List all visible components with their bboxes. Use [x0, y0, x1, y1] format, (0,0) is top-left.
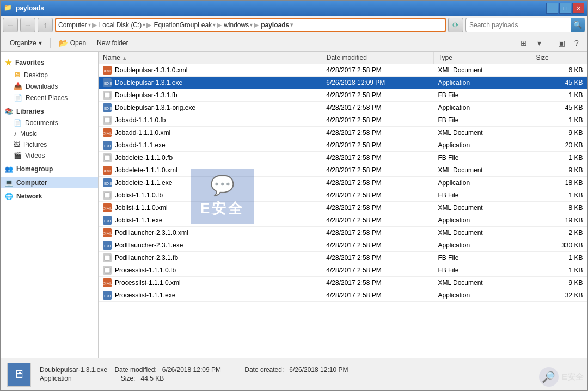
up-button[interactable]: ↑ — [38, 18, 53, 32]
file-icon — [103, 266, 112, 275]
table-row[interactable]: Jobadd-1.1.1.0.fb4/28/2017 2:58 PMFB Fil… — [99, 114, 587, 127]
recent-icon: 📄 — [14, 94, 22, 102]
table-row[interactable]: XMLJoblist-1.1.1.0.xml4/28/2017 2:58 PMX… — [99, 202, 587, 214]
file-type: XML Document — [433, 64, 531, 77]
file-date: 4/28/2017 2:58 PM — [322, 202, 433, 214]
views-dropdown-button[interactable]: ▾ — [532, 36, 546, 49]
window: 📁 payloads — □ ✕ ← → ↑ Computer ▾ ▶ Loca… — [0, 0, 588, 391]
search-input[interactable] — [466, 21, 571, 29]
file-date: 4/28/2017 2:58 PM — [322, 102, 433, 114]
close-button[interactable]: ✕ — [572, 3, 584, 14]
music-icon: ♪ — [14, 130, 17, 138]
sidebar-header-libraries[interactable]: 📚 Libraries — [1, 105, 98, 117]
table-row[interactable]: Joblist-1.1.1.0.fb4/28/2017 2:58 PMFB Fi… — [99, 189, 587, 202]
status-size-value: 44.5 KB — [140, 375, 164, 382]
toolbar-separator-2 — [550, 38, 550, 48]
file-date: 4/28/2017 2:58 PM — [322, 277, 433, 289]
file-icon — [103, 91, 112, 100]
sidebar-header-homegroup[interactable]: 👥 Homegroup — [1, 163, 98, 175]
sidebar-header-computer[interactable]: 💻 Computer — [1, 177, 98, 188]
table-row[interactable]: EXEDoublepulsar-1.3.1.exe6/26/2018 12:09… — [99, 77, 587, 89]
status-date-modified-value: 6/26/2018 12:09 PM — [162, 366, 221, 374]
file-name: Jobadd-1.1.1.0.xml — [115, 129, 170, 136]
table-row[interactable]: EXEJoblist-1.1.1.exe4/28/2017 2:58 PMApp… — [99, 214, 587, 227]
pictures-icon: 🖼 — [14, 141, 20, 148]
minimize-button[interactable]: — — [546, 3, 558, 14]
column-type[interactable]: Type — [433, 52, 531, 64]
file-name: Jobdelete-1.1.1.0.fb — [115, 154, 173, 162]
file-icon: EXE — [103, 103, 112, 112]
sidebar-item-pictures[interactable]: 🖼 Pictures — [1, 139, 98, 150]
help-button[interactable]: ? — [570, 36, 583, 49]
addressbar-row: ← → ↑ Computer ▾ ▶ Local Disk (C:) ▾ ▶ E… — [1, 16, 587, 34]
file-name: Pcdlllauncher-2.3.1.fb — [115, 254, 178, 262]
forward-button[interactable]: → — [20, 18, 35, 32]
sidebar-item-documents[interactable]: 📄 Documents — [1, 117, 98, 128]
sidebar-item-music[interactable]: ♪ Music — [1, 128, 98, 139]
file-name: Doublepulsar-1.3.1.0.xml — [115, 66, 187, 74]
svg-text:XML: XML — [103, 69, 112, 73]
new-folder-button[interactable]: New folder — [92, 36, 133, 49]
file-name: Processlist-1.1.1.0.xml — [115, 279, 181, 287]
column-name[interactable]: Name ▲ — [99, 52, 322, 64]
videos-icon: 🎬 — [14, 152, 22, 159]
svg-text:XML: XML — [103, 131, 112, 136]
file-date: 4/28/2017 2:58 PM — [322, 114, 433, 127]
address-box[interactable]: Computer ▾ ▶ Local Disk (C:) ▾ ▶ Equatio… — [55, 18, 446, 32]
file-type: FB File — [433, 152, 531, 164]
svg-rect-33 — [105, 268, 110, 273]
file-date: 4/28/2017 2:58 PM — [322, 152, 433, 164]
table-row[interactable]: EXEDoublepulsar-1.3.1-orig.exe4/28/2017 … — [99, 102, 587, 114]
file-table[interactable]: Name ▲ Date modified Type Size — [99, 52, 587, 358]
sidebar-item-downloads[interactable]: 📥 Downloads — [1, 80, 98, 92]
file-icon: EXE — [103, 78, 112, 87]
table-row[interactable]: Jobdelete-1.1.1.0.fb4/28/2017 2:58 PMFB … — [99, 152, 587, 164]
file-type: Application — [433, 214, 531, 227]
table-row[interactable]: XMLProcesslist-1.1.1.0.xml4/28/2017 2:58… — [99, 277, 587, 289]
file-type: FB File — [433, 252, 531, 264]
sidebar-item-videos[interactable]: 🎬 Videos — [1, 150, 98, 161]
svg-text:XML: XML — [103, 281, 112, 286]
table-row[interactable]: Pcdlllauncher-2.3.1.fb4/28/2017 2:58 PMF… — [99, 252, 587, 264]
svg-text:XML: XML — [103, 169, 112, 173]
file-pane: Name ▲ Date modified Type Size — [99, 52, 587, 358]
table-row[interactable]: XMLDoublepulsar-1.3.1.0.xml4/28/2017 2:5… — [99, 64, 587, 77]
file-type: XML Document — [433, 164, 531, 177]
file-size: 45 KB — [531, 102, 587, 114]
file-name: Processlist-1.1.1.0.fb — [115, 266, 176, 274]
table-row[interactable]: EXEJobdelete-1.1.1.exe4/28/2017 2:58 PMA… — [99, 177, 587, 189]
file-date: 4/28/2017 2:58 PM — [322, 239, 433, 252]
file-size: 1 KB — [531, 152, 587, 164]
column-size[interactable]: Size — [531, 52, 587, 64]
file-name: Jobdelete-1.1.1.exe — [115, 179, 172, 187]
sidebar-item-recent-places[interactable]: 📄 Recent Places — [1, 92, 98, 103]
back-button[interactable]: ← — [3, 18, 18, 32]
svg-text:XML: XML — [103, 231, 112, 236]
table-row[interactable]: EXEProcesslist-1.1.1.exe4/28/2017 2:58 P… — [99, 289, 587, 302]
sort-arrow-name: ▲ — [122, 55, 127, 61]
table-row[interactable]: XMLJobadd-1.1.1.0.xml4/28/2017 2:58 PMXM… — [99, 127, 587, 139]
table-row[interactable]: XMLJobdelete-1.1.1.0.xml4/28/2017 2:58 P… — [99, 164, 587, 177]
search-box[interactable]: 🔍 — [465, 18, 585, 32]
status-filename: Doublepulsar-1.3.1.exe — [40, 366, 107, 374]
sidebar-section-network: 🌐 Network — [1, 190, 98, 202]
file-name: Pcdlllauncher-2.3.1.exe — [115, 241, 183, 249]
views-button[interactable]: ⊞ — [517, 36, 530, 49]
table-row[interactable]: EXEPcdlllauncher-2.3.1.exe4/28/2017 2:58… — [99, 239, 587, 252]
table-row[interactable]: XMLPcdlllauncher-2.3.1.0.xml4/28/2017 2:… — [99, 227, 587, 239]
column-date-modified[interactable]: Date modified — [322, 52, 433, 64]
preview-pane-button[interactable]: ▣ — [555, 36, 568, 49]
table-row[interactable]: EXEJobadd-1.1.1.exe4/28/2017 2:58 PMAppl… — [99, 139, 587, 152]
table-row[interactable]: Processlist-1.1.1.0.fb4/28/2017 2:58 PMF… — [99, 264, 587, 277]
refresh-button[interactable]: ⟳ — [448, 18, 463, 32]
sidebar-header-favorites[interactable]: ★ Favorites — [1, 56, 98, 69]
svg-text:EXE: EXE — [104, 81, 112, 86]
file-name: Joblist-1.1.1.0.xml — [115, 204, 168, 212]
open-button[interactable]: 📂 Open — [54, 36, 91, 49]
sidebar-header-network[interactable]: 🌐 Network — [1, 190, 98, 202]
sidebar-item-desktop[interactable]: 🖥 Desktop — [1, 69, 98, 80]
organize-button[interactable]: Organize ▾ — [5, 36, 47, 49]
search-button[interactable]: 🔍 — [571, 18, 585, 32]
table-row[interactable]: Doublepulsar-1.3.1.fb4/28/2017 2:58 PMFB… — [99, 89, 587, 102]
maximize-button[interactable]: □ — [559, 3, 571, 14]
